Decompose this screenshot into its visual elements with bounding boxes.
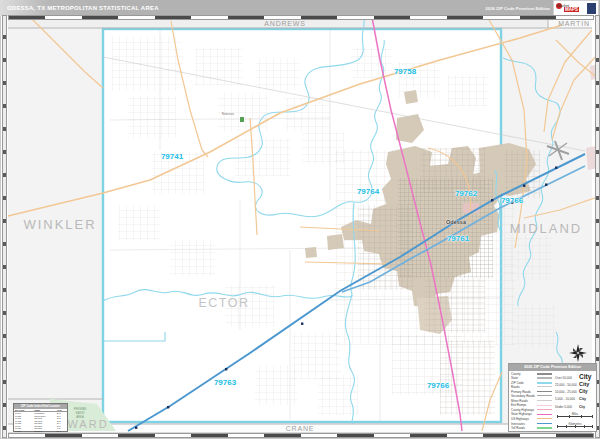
settlement-marker	[240, 117, 244, 122]
legend-item: Toll Roads	[511, 426, 552, 431]
grid-ruler-left	[2, 15, 7, 438]
grid-ruler-top	[8, 15, 594, 20]
scalebar-km: Kilometers	[557, 426, 593, 429]
zip-label-79762: 79762	[455, 189, 477, 198]
zip-label-79764: 79764	[357, 187, 379, 196]
county-label-martin: MARTIN	[558, 19, 590, 26]
scalebar-miles: Miles	[557, 416, 593, 419]
county-label-andrews: ANDREWS	[264, 19, 305, 26]
zip-label-79758: 79758	[394, 67, 416, 76]
zip-index-table: ZIP Code Index/Grid Locator ZIP CodeName…	[13, 403, 68, 432]
county-label-ector: ECTOR	[198, 296, 249, 310]
settlement-label: Notrees	[222, 112, 234, 116]
legend-population-row: 10,000 - 25,000City	[555, 389, 596, 394]
grid-ruler-bottom	[8, 433, 594, 438]
county-label-crane: CRANE	[286, 425, 315, 432]
zip-label-79741: 79741	[161, 152, 183, 161]
logo-badge	[587, 3, 596, 14]
zip-index-grid: ZIP CodeNameGrid 79741GoldsmithB-279758G…	[14, 409, 67, 433]
zip-label-79766: 79766	[427, 381, 449, 390]
legend-population-row: Under 5,000City	[555, 405, 596, 409]
legend-panel: 2026 ZIP Code Premium Edition Miles Kilo…	[508, 363, 597, 432]
zip-label-79766: 79766	[501, 196, 523, 205]
county-label-winkler: WINKLER	[23, 217, 96, 232]
map-title: ODESSA, TX METROPOLITAN STATISTICAL AREA	[7, 5, 159, 11]
legend-population-row: 5,000 - 10,000City	[555, 397, 596, 401]
county-label-midland: MIDLAND	[510, 221, 583, 236]
zip-label-79761: 79761	[447, 234, 469, 243]
legend-body: Miles Kilometers CountyStateZIP CodeRoad…	[509, 371, 596, 433]
zip-label-79763: 79763	[214, 378, 236, 387]
zip-index-row: 79766OdessaE-4	[14, 430, 67, 433]
logo-name2: MAPS	[564, 7, 579, 12]
zip-index-title: ZIP Code Index/Grid Locator	[14, 404, 67, 409]
legend-population-row: Over 50,000City	[555, 373, 596, 380]
legend-population-row: 25,000 - 50,000City	[555, 381, 596, 387]
green-area-label: PERMIAN BASIN AREA	[74, 407, 87, 419]
city-label-odessa: Odessa	[446, 219, 466, 225]
county-label-ward: WARD	[67, 418, 108, 430]
edition-label: 2026 ZIP Code Premium Edition	[485, 6, 550, 11]
header-bar: ODESSA, TX METROPOLITAN STATISTICAL AREA…	[0, 0, 600, 16]
